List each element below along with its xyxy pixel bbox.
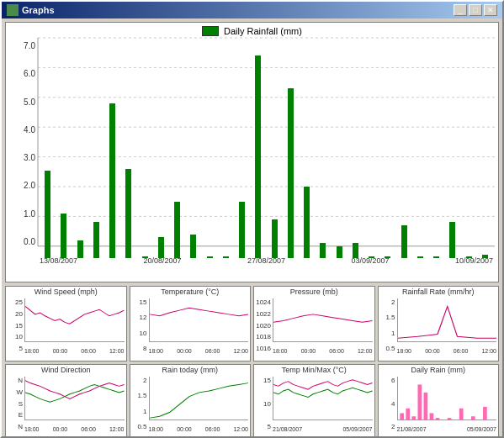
sc-plot-temp-minmax — [273, 377, 373, 420]
bar-22 — [385, 256, 390, 258]
sc-x-pressure: 18:00 00:00 06:00 12:00 — [273, 348, 373, 354]
maximize-button[interactable]: □ — [469, 4, 482, 16]
bar-24 — [417, 256, 423, 258]
bar-26 — [449, 222, 455, 258]
sc-body-temperature: 15 12 10 8 18:00 00:00 06:00 12 — [130, 297, 251, 354]
bar-19 — [337, 246, 342, 258]
bar-9 — [174, 202, 180, 258]
small-chart-daily-rain: Daily Rain (mm) 6 4 2 — [378, 364, 500, 438]
sc-x-rain-today: 18:00 00:00 06:00 12:00 — [149, 426, 249, 432]
sc-x-daily-rain: 21/08/2007 05/09/2007 — [397, 426, 497, 432]
sc-plot-rainfall-rate — [397, 298, 497, 342]
close-button[interactable]: ✕ — [484, 4, 497, 16]
svg-rect-10 — [406, 409, 410, 420]
sc-plot-pressure — [273, 298, 373, 342]
bar-23 — [401, 225, 407, 258]
bar-20 — [353, 243, 358, 258]
svg-rect-15 — [435, 418, 439, 420]
bars-overlay — [38, 38, 495, 258]
sc-x-wind-direction: 18:00 00:00 06:00 12:00 — [24, 426, 125, 432]
svg-rect-23 — [483, 407, 487, 420]
bar-7 — [142, 256, 148, 258]
legend-color-box — [202, 26, 219, 36]
bar-14 — [255, 55, 261, 258]
sc-x-temp-minmax: 21/08/2007 05/09/2007 — [273, 426, 373, 432]
window-icon — [7, 4, 19, 16]
small-chart-wind-direction: Wind Direction N W S E N — [5, 364, 127, 438]
sc-plot-wind-direction — [24, 377, 125, 420]
svg-rect-17 — [447, 418, 451, 420]
bar-17 — [304, 187, 310, 258]
bar-27 — [466, 256, 472, 258]
window-title: Graphs — [22, 5, 55, 15]
window: Graphs _ □ ✕ Daily Rainfall (mm) 7.0 6.0… — [0, 0, 504, 438]
sc-x-wind-speed: 18:00 00:00 06:00 12:00 — [24, 348, 125, 354]
bar-13 — [239, 202, 245, 258]
sc-body-wind-direction: N W S E N 18:00 00:00 — [6, 375, 126, 432]
sc-body-wind-speed: 25 20 15 10 5 18:00 00:00 06:00 — [6, 297, 126, 354]
bar-28 — [482, 255, 488, 258]
bar-16 — [288, 88, 294, 258]
title-bar-buttons: _ □ ✕ — [454, 4, 497, 16]
bar-11 — [207, 256, 213, 258]
bar-25 — [433, 256, 439, 258]
sc-plot-wind-speed — [24, 298, 125, 342]
sc-plot-daily-rain — [397, 377, 497, 420]
y-label-1: 1.0 — [24, 209, 35, 219]
sc-y-rainfall-rate: 2 1.5 1 0.5 — [379, 297, 397, 354]
sc-plot-temperature — [149, 298, 249, 342]
sc-title-rainfall-rate: Rainfall Rate (mm/hr) — [379, 287, 499, 297]
sc-x-rainfall-rate: 18:00 00:00 06:00 12:00 — [397, 348, 497, 354]
small-charts-grid: Wind Speed (mph) 25 20 15 10 5 — [5, 286, 499, 438]
small-chart-rain-today: Rain today (mm) 2 1.5 1 0.5 18:00 — [130, 364, 252, 438]
chart-legend: Daily Rainfall (mm) — [6, 23, 498, 38]
legend-label: Daily Rainfall (mm) — [224, 26, 302, 36]
y-label-4: 4.0 — [24, 125, 35, 135]
bar-4 — [93, 222, 99, 258]
small-chart-temp-minmax: Temp Min/Max (°C) 15 10 5 21/08/ — [253, 364, 375, 438]
content: Daily Rainfall (mm) 7.0 6.0 5.0 4.0 3.0 … — [2, 18, 502, 438]
svg-rect-19 — [459, 409, 463, 420]
bar-21 — [369, 256, 374, 258]
bar-5 — [109, 103, 115, 258]
y-axis: 7.0 6.0 5.0 4.0 3.0 2.0 1.0 0.0 — [8, 38, 38, 258]
bar-6 — [125, 169, 131, 258]
svg-rect-21 — [470, 416, 475, 420]
sc-plot-rain-today — [149, 377, 249, 420]
svg-rect-9 — [400, 413, 404, 420]
bar-3 — [77, 240, 83, 258]
sc-body-temp-minmax: 15 10 5 21/08/2007 05/09/2007 — [254, 375, 374, 432]
bar-2 — [61, 214, 66, 258]
sc-body-pressure: 1024 1022 1020 1018 1016 18:00 00:00 — [254, 297, 374, 354]
sc-title-temp-minmax: Temp Min/Max (°C) — [254, 365, 374, 375]
small-chart-rainfall-rate: Rainfall Rate (mm/hr) 2 1.5 1 0.5 1 — [378, 286, 500, 361]
small-chart-wind-speed: Wind Speed (mph) 25 20 15 10 5 — [5, 286, 127, 361]
bar-1 — [45, 171, 50, 258]
sc-title-rain-today: Rain today (mm) — [130, 365, 251, 375]
sc-y-wind-speed: 25 20 15 10 5 — [6, 297, 24, 354]
sc-y-wind-direction: N W S E N — [6, 375, 24, 432]
sc-title-pressure: Pressure (mb) — [254, 287, 374, 297]
y-label-2: 2.0 — [24, 181, 35, 190]
sc-x-temperature: 18:00 00:00 06:00 12:00 — [149, 348, 249, 354]
y-label-3: 3.0 — [24, 153, 35, 162]
small-chart-temperature: Temperature (°C) 15 12 10 8 18:00 — [130, 286, 252, 361]
sc-body-rain-today: 2 1.5 1 0.5 18:00 00:00 06:00 1 — [130, 375, 251, 432]
bar-group — [38, 50, 495, 258]
svg-rect-13 — [423, 393, 427, 420]
bar-18 — [320, 243, 326, 258]
title-bar: Graphs _ □ ✕ — [2, 2, 502, 18]
minimize-button[interactable]: _ — [454, 4, 467, 16]
main-chart: Daily Rainfall (mm) 7.0 6.0 5.0 4.0 3.0 … — [5, 22, 499, 282]
svg-rect-11 — [411, 416, 416, 420]
bar-8 — [158, 237, 164, 258]
small-chart-pressure: Pressure (mb) 1024 1022 1020 1018 1016 — [253, 286, 375, 361]
sc-body-daily-rain: 6 4 2 — [379, 375, 499, 432]
sc-y-temp-minmax: 15 10 5 — [254, 375, 273, 432]
sc-title-daily-rain: Daily Rain (mm) — [379, 365, 499, 375]
y-label-7: 7.0 — [24, 41, 35, 50]
y-label-6: 6.0 — [24, 69, 35, 78]
sc-title-wind-direction: Wind Direction — [6, 365, 126, 375]
bar-12 — [223, 256, 229, 258]
bar-15 — [272, 219, 278, 258]
